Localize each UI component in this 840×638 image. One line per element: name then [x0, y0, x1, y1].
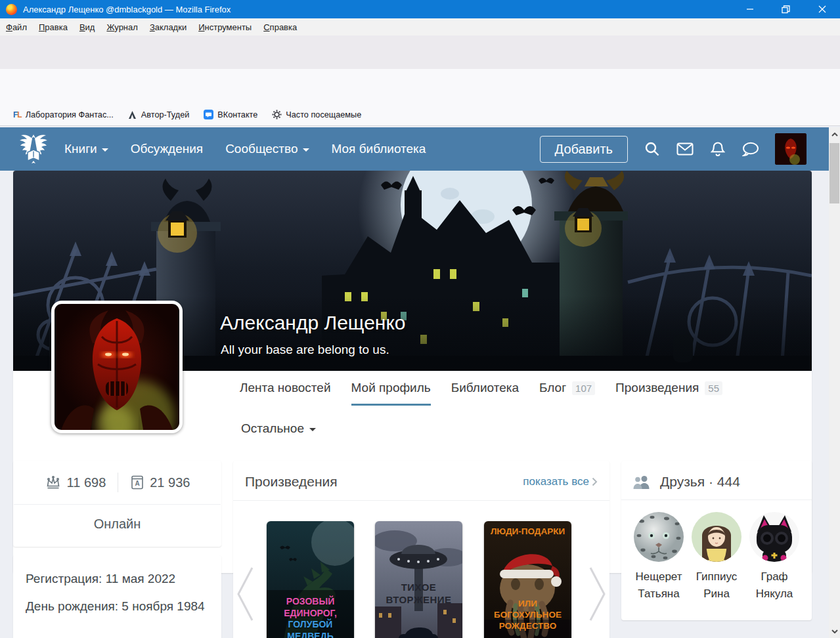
menu-tools[interactable]: Инструменты [192, 20, 257, 35]
friend-avatar[interactable] [692, 512, 741, 562]
friend-name[interactable]: ГиппиусРина [696, 568, 737, 603]
profile-motto: All your base are belong to us. [221, 343, 389, 357]
bookmark-authortoday[interactable]: Автор-Тудей [123, 108, 194, 122]
window-title: Александр Лещенко @dmblackgold — Mozilla… [23, 5, 231, 14]
carousel-prev-icon[interactable] [233, 564, 257, 624]
friends-count: 444 [717, 474, 740, 489]
tab-blog[interactable]: Блог107 [539, 381, 595, 406]
show-all-link[interactable]: показать все [523, 475, 598, 488]
minimize-button[interactable] [732, 0, 768, 18]
menu-view[interactable]: Вид [74, 20, 101, 35]
stats-card: 11 698 A 21 936 Онлайн [13, 461, 221, 547]
menu-file[interactable]: Файл [0, 20, 33, 35]
profile-tabs: Лента новостей Мой профиль Библиотека Бл… [240, 381, 722, 406]
carousel-next-icon[interactable] [586, 564, 609, 624]
tab-library[interactable]: Библиотека [451, 381, 519, 406]
bookmark-frequent[interactable]: Часто посещаемые [267, 107, 366, 122]
close-window-button[interactable] [804, 0, 840, 18]
book-title: РОЗОВЫЙ ЕДИНОРОГ, ГОЛУБОЙ МЕДВЕДЬ [267, 596, 354, 638]
authortoday-icon [128, 110, 137, 119]
book-cover-3[interactable]: ЛЮДИ-ПОДАРКИ ИЛИ БОГОХУЛЬНОЕ РОЖДЕСТВО [484, 521, 571, 638]
book-title: ТИХОЕ ВТОРЖЕНИЕ [375, 582, 462, 606]
nav-my-library[interactable]: Моя библиотека [332, 142, 426, 156]
works-count-badge: 55 [705, 381, 722, 395]
vk-icon [204, 110, 213, 119]
bookmark-fantlab[interactable]: FL Лаборатория Фантас... [8, 108, 119, 122]
tab-my-profile[interactable]: Мой профиль [351, 381, 431, 406]
friends-card: Друзья · 444 [621, 461, 812, 620]
restore-button[interactable] [768, 0, 804, 18]
crown-icon [45, 475, 62, 490]
profile-avatar[interactable] [51, 301, 183, 433]
chevron-right-icon [592, 477, 598, 486]
bookmarks-bar: FL Лаборатория Фантас... Автор-Тудей ВКо… [0, 104, 840, 126]
user-avatar[interactable] [775, 133, 807, 165]
search-icon[interactable] [644, 140, 661, 158]
chat-icon[interactable] [742, 140, 759, 158]
tab-news-feed[interactable]: Лента новостей [240, 381, 331, 406]
friends-icon [633, 475, 651, 489]
works-card: Произведения показать все [233, 461, 609, 638]
book-cover-2[interactable]: ТИХОЕ ВТОРЖЕНИЕ [375, 521, 462, 638]
menu-history[interactable]: Журнал [100, 20, 143, 35]
friend-avatar[interactable] [634, 512, 684, 562]
info-card: Регистрация: 11 мая 2022 День рождения: … [13, 555, 221, 638]
blog-count-badge: 107 [572, 381, 595, 395]
fantlab-icon: FL [13, 110, 22, 119]
gear-icon [272, 110, 282, 119]
friend-item[interactable]: ГиппиусРина [690, 512, 743, 603]
friend-avatar[interactable] [749, 512, 799, 562]
book-title-top: ЛЮДИ-ПОДАРКИ [484, 526, 571, 538]
svg-text:A: A [135, 480, 140, 487]
works-section-title: Произведения [245, 474, 338, 490]
scroll-up-icon[interactable] [829, 129, 840, 140]
friend-name[interactable]: ГрафНякула [756, 568, 793, 603]
menu-bar: Файл Правка Вид Журнал Закладки Инструме… [0, 18, 840, 35]
rating-stat: 11 698 [45, 475, 106, 490]
site-logo-icon[interactable] [17, 133, 50, 165]
library-value: 21 936 [150, 475, 190, 490]
book-cover-1[interactable]: РОЗОВЫЙ ЕДИНОРОГ, ГОЛУБОЙ МЕДВЕДЬ [267, 521, 354, 638]
add-button[interactable]: Добавить [540, 136, 628, 163]
notifications-bell-icon[interactable] [709, 140, 726, 158]
caret-down-icon [309, 428, 316, 431]
friends-title: Друзья · 444 [660, 474, 740, 490]
page-scrollbar[interactable] [829, 127, 840, 638]
caret-down-icon [303, 148, 309, 152]
menu-help[interactable]: Справка [257, 20, 303, 35]
scrollbar-thumb[interactable] [829, 143, 839, 203]
birthday: День рождения: 5 ноября 1984 [26, 597, 209, 616]
tab-works[interactable]: Произведения55 [615, 381, 722, 406]
nav-books[interactable]: Книги [64, 142, 108, 156]
book-icon: A [130, 475, 144, 490]
divider [118, 473, 118, 492]
nav-community[interactable]: Сообщество [225, 142, 309, 156]
profile-name: Александр Лещенко [220, 312, 406, 334]
mail-icon[interactable] [676, 140, 694, 158]
tab-bar: Александр Лещенко @dmblac [0, 35, 840, 69]
caret-down-icon [102, 148, 108, 152]
friend-name[interactable]: НещеретТатьяна [635, 568, 682, 603]
bookmark-vk[interactable]: ВКонтакте [198, 107, 263, 122]
book-title-bottom: ИЛИ БОГОХУЛЬНОЕ РОЖДЕСТВО [484, 599, 571, 632]
scroll-down-icon[interactable] [829, 626, 840, 637]
menu-bookmarks[interactable]: Закладки [144, 20, 192, 35]
rating-value: 11 698 [67, 475, 106, 490]
menu-edit[interactable]: Правка [33, 20, 74, 35]
registration-date: Регистрация: 11 мая 2022 [26, 570, 209, 588]
page-viewport: Книги Обсуждения Сообщество Моя библиоте… [0, 126, 840, 638]
firefox-logo-icon [6, 4, 17, 15]
window-titlebar: Александр Лещенко @dmblackgold — Mozilla… [0, 0, 840, 18]
online-status: Онлайн [13, 505, 221, 532]
friend-item[interactable]: НещеретТатьяна [632, 512, 686, 603]
works-carousel: РОЗОВЫЙ ЕДИНОРОГ, ГОЛУБОЙ МЕДВЕДЬ [233, 501, 609, 638]
tab-more[interactable]: Остальное [241, 421, 316, 436]
navigation-toolbar: https://author.today/u/dmblackgold D [0, 69, 840, 104]
site-header: Книги Обсуждения Сообщество Моя библиоте… [0, 127, 829, 171]
nav-discussions[interactable]: Обсуждения [131, 142, 203, 156]
friend-item[interactable]: ГрафНякула [747, 512, 801, 603]
library-stat: A 21 936 [130, 475, 190, 490]
